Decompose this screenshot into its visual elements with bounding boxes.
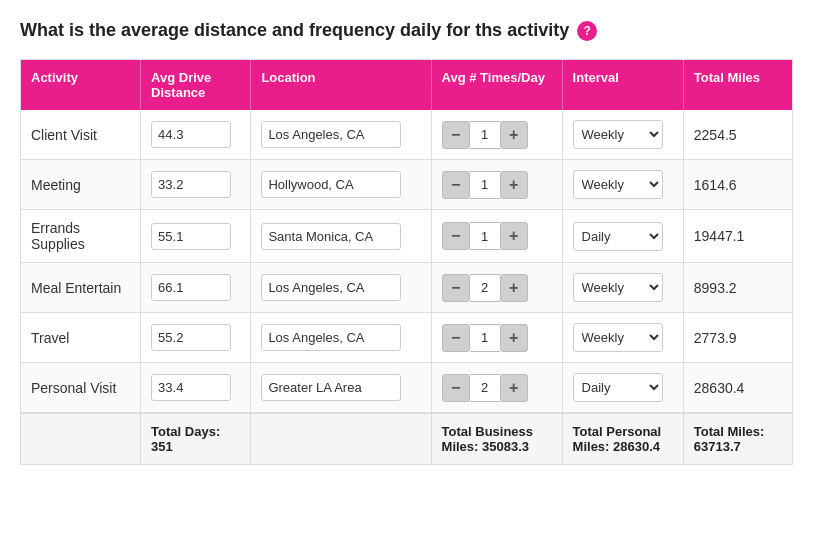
cell-total-miles: 8993.2 bbox=[683, 263, 792, 313]
table-row: Meal Entertain−2+WeeklyDailyMonthly8993.… bbox=[21, 263, 793, 313]
cell-avg-times: −1+ bbox=[431, 313, 562, 363]
avg-drive-input[interactable] bbox=[151, 274, 231, 301]
cell-avg-drive bbox=[141, 313, 251, 363]
table-row: Client Visit−1+WeeklyDailyMonthly2254.5 bbox=[21, 110, 793, 160]
interval-select[interactable]: WeeklyDailyMonthly bbox=[573, 373, 663, 402]
location-input[interactable] bbox=[261, 121, 401, 148]
header-total-miles: Total Miles bbox=[683, 60, 792, 111]
increment-button[interactable]: + bbox=[500, 324, 528, 352]
increment-button[interactable]: + bbox=[500, 374, 528, 402]
cell-avg-drive bbox=[141, 160, 251, 210]
activity-table: Activity Avg DriveDistance Location Avg … bbox=[20, 59, 793, 465]
cell-location bbox=[251, 210, 431, 263]
cell-avg-drive bbox=[141, 263, 251, 313]
stepper-value: 1 bbox=[470, 324, 500, 352]
location-input[interactable] bbox=[261, 274, 401, 301]
cell-interval: WeeklyDailyMonthly bbox=[562, 313, 683, 363]
increment-button[interactable]: + bbox=[500, 121, 528, 149]
cell-avg-times: −2+ bbox=[431, 263, 562, 313]
footer-total-business: Total Business Miles: 35083.3 bbox=[431, 413, 562, 465]
cell-total-miles: 2254.5 bbox=[683, 110, 792, 160]
cell-interval: WeeklyDailyMonthly bbox=[562, 363, 683, 414]
header-activity: Activity bbox=[21, 60, 141, 111]
decrement-button[interactable]: − bbox=[442, 274, 470, 302]
cell-avg-drive bbox=[141, 363, 251, 414]
avg-drive-input[interactable] bbox=[151, 121, 231, 148]
cell-interval: WeeklyDailyMonthly bbox=[562, 110, 683, 160]
table-row: Personal Visit−2+WeeklyDailyMonthly28630… bbox=[21, 363, 793, 414]
footer-row: Total Days: 351 Total Business Miles: 35… bbox=[21, 413, 793, 465]
stepper-value: 1 bbox=[470, 171, 500, 199]
cell-total-miles: 1614.6 bbox=[683, 160, 792, 210]
footer-empty bbox=[21, 413, 141, 465]
increment-button[interactable]: + bbox=[500, 274, 528, 302]
footer-total-days: Total Days: 351 bbox=[141, 413, 251, 465]
location-input[interactable] bbox=[261, 171, 401, 198]
cell-total-miles: 2773.9 bbox=[683, 313, 792, 363]
increment-button[interactable]: + bbox=[500, 222, 528, 250]
increment-button[interactable]: + bbox=[500, 171, 528, 199]
stepper-value: 2 bbox=[470, 374, 500, 402]
location-input[interactable] bbox=[261, 324, 401, 351]
page-title: What is the average distance and frequen… bbox=[20, 20, 793, 41]
avg-drive-input[interactable] bbox=[151, 324, 231, 351]
cell-interval: WeeklyDailyMonthly bbox=[562, 263, 683, 313]
footer-total-miles: Total Miles: 63713.7 bbox=[683, 413, 792, 465]
decrement-button[interactable]: − bbox=[442, 324, 470, 352]
cell-activity: Errands Supplies bbox=[21, 210, 141, 263]
title-text: What is the average distance and frequen… bbox=[20, 20, 569, 41]
table-row: Errands Supplies−1+WeeklyDailyMonthly194… bbox=[21, 210, 793, 263]
decrement-button[interactable]: − bbox=[442, 121, 470, 149]
cell-location bbox=[251, 160, 431, 210]
cell-activity: Travel bbox=[21, 313, 141, 363]
interval-select[interactable]: WeeklyDailyMonthly bbox=[573, 323, 663, 352]
decrement-button[interactable]: − bbox=[442, 171, 470, 199]
avg-drive-input[interactable] bbox=[151, 374, 231, 401]
decrement-button[interactable]: − bbox=[442, 374, 470, 402]
interval-select[interactable]: WeeklyDailyMonthly bbox=[573, 273, 663, 302]
cell-activity: Meal Entertain bbox=[21, 263, 141, 313]
avg-drive-input[interactable] bbox=[151, 171, 231, 198]
interval-select[interactable]: WeeklyDailyMonthly bbox=[573, 222, 663, 251]
cell-interval: WeeklyDailyMonthly bbox=[562, 160, 683, 210]
cell-total-miles: 19447.1 bbox=[683, 210, 792, 263]
cell-location bbox=[251, 263, 431, 313]
stepper-value: 2 bbox=[470, 274, 500, 302]
interval-select[interactable]: WeeklyDailyMonthly bbox=[573, 170, 663, 199]
stepper-value: 1 bbox=[470, 121, 500, 149]
cell-avg-times: −1+ bbox=[431, 210, 562, 263]
cell-interval: WeeklyDailyMonthly bbox=[562, 210, 683, 263]
table-header-row: Activity Avg DriveDistance Location Avg … bbox=[21, 60, 793, 111]
header-location: Location bbox=[251, 60, 431, 111]
cell-activity: Meeting bbox=[21, 160, 141, 210]
avg-drive-input[interactable] bbox=[151, 223, 231, 250]
location-input[interactable] bbox=[261, 374, 401, 401]
table-row: Meeting−1+WeeklyDailyMonthly1614.6 bbox=[21, 160, 793, 210]
decrement-button[interactable]: − bbox=[442, 222, 470, 250]
header-avg-times: Avg # Times/Day bbox=[431, 60, 562, 111]
cell-avg-drive bbox=[141, 110, 251, 160]
help-icon[interactable]: ? bbox=[577, 21, 597, 41]
interval-select[interactable]: WeeklyDailyMonthly bbox=[573, 120, 663, 149]
cell-location bbox=[251, 313, 431, 363]
cell-total-miles: 28630.4 bbox=[683, 363, 792, 414]
stepper-value: 1 bbox=[470, 222, 500, 250]
header-interval: Interval bbox=[562, 60, 683, 111]
footer-total-personal: Total Personal Miles: 28630.4 bbox=[562, 413, 683, 465]
footer-empty2 bbox=[251, 413, 431, 465]
cell-avg-times: −1+ bbox=[431, 160, 562, 210]
cell-avg-times: −2+ bbox=[431, 363, 562, 414]
cell-activity: Personal Visit bbox=[21, 363, 141, 414]
location-input[interactable] bbox=[261, 223, 401, 250]
cell-avg-drive bbox=[141, 210, 251, 263]
header-avg-drive: Avg DriveDistance bbox=[141, 60, 251, 111]
table-row: Travel−1+WeeklyDailyMonthly2773.9 bbox=[21, 313, 793, 363]
cell-activity: Client Visit bbox=[21, 110, 141, 160]
cell-location bbox=[251, 363, 431, 414]
cell-avg-times: −1+ bbox=[431, 110, 562, 160]
cell-location bbox=[251, 110, 431, 160]
